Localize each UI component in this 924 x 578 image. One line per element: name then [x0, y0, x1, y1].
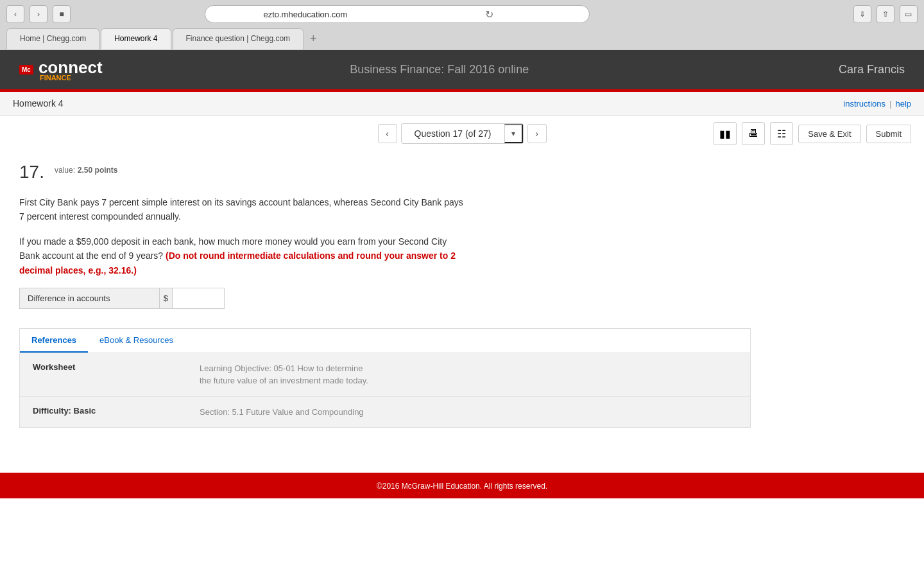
save-exit-button[interactable]: Save & Exit [798, 125, 860, 143]
browser-actions: ⇓ ⇧ ▭ [853, 5, 918, 23]
new-tab-icon[interactable]: ▭ [900, 5, 918, 23]
add-tab-button[interactable]: + [305, 28, 322, 49]
answer-input[interactable] [173, 288, 224, 308]
bookmark-icon-button[interactable]: ▮▮ [714, 122, 737, 145]
app-header: Mc connect FINANCE Business Finance: Fal… [0, 50, 924, 92]
tab-chegg-home[interactable]: Home | Chegg.com [6, 28, 99, 49]
answer-label: Difference in accounts [20, 288, 160, 308]
answer-currency: $ [160, 288, 173, 308]
ref-value-difficulty: Section: 5.1 Future Value and Compoundin… [200, 406, 364, 419]
tab-finance-question[interactable]: Finance question | Chegg.com [173, 28, 304, 49]
browser-toolbar: ‹ › ■ ezto.mheducation.com ↻ ⇓ ⇧ ▭ [0, 0, 924, 28]
question-selector: Question 17 (of 27) ▾ [401, 123, 524, 144]
submit-button[interactable]: Submit [866, 125, 911, 143]
reload-icon: ↻ [397, 8, 581, 21]
prev-question-button[interactable]: ‹ [378, 124, 397, 143]
question-header: 17. value: 2.50 points [19, 164, 905, 182]
ref-row-worksheet: Worksheet Learning Objective: 05-01 How … [20, 353, 750, 397]
answer-area: Difference in accounts $ [19, 288, 225, 309]
footer-inner: ©2016 McGraw-Hill Education. All rights … [4, 477, 920, 495]
instructions-link[interactable]: instructions [843, 99, 886, 109]
question-text-part2: If you made a $59,000 deposit in each ba… [19, 234, 468, 277]
course-title: Business Finance: Fall 2016 online [103, 63, 776, 76]
reader-button[interactable]: ■ [53, 5, 71, 23]
homework-title: Homework 4 [13, 98, 64, 109]
references-content: Worksheet Learning Objective: 05-01 How … [20, 353, 750, 428]
nav-bar: ‹ Question 17 (of 27) ▾ › ▮▮ 🖶 ☷ Save & … [0, 116, 924, 152]
links-separator: | [889, 99, 891, 109]
tab-homework4[interactable]: Homework 4 [101, 28, 171, 49]
ref-value-line1: Learning Objective: 05-01 How to determi… [200, 363, 363, 373]
share-icon[interactable]: ⇧ [877, 5, 894, 23]
tab-ebook-resources[interactable]: eBook & Resources [88, 329, 185, 353]
question-value-area: value: 2.50 points [55, 164, 118, 175]
browser-chrome: ‹ › ■ ezto.mheducation.com ↻ ⇓ ⇧ ▭ Home … [0, 0, 924, 50]
question-number: 17. [19, 162, 44, 182]
question-value-points: 2.50 points [78, 166, 118, 175]
ref-key-difficulty: Difficulty: Basic [33, 406, 200, 416]
question-label: Question 17 (of 27) [402, 125, 504, 143]
user-name: Cara Francis [776, 63, 905, 76]
url-bar[interactable]: ezto.mheducation.com ↻ [205, 5, 590, 23]
references-tabs: References eBook & Resources [20, 329, 750, 353]
logo-connect-area: connect FINANCE [38, 58, 103, 82]
help-link[interactable]: help [895, 99, 911, 109]
back-button[interactable]: ‹ [6, 5, 24, 23]
hw-links: instructions | help [843, 99, 911, 109]
logo-box: Mc [19, 65, 33, 74]
ref-value-worksheet: Learning Objective: 05-01 How to determi… [200, 362, 368, 387]
next-question-button[interactable]: › [527, 124, 547, 143]
forward-button[interactable]: › [30, 5, 47, 23]
ref-row-difficulty: Difficulty: Basic Section: 5.1 Future Va… [20, 397, 750, 428]
homework-bar: Homework 4 instructions | help [0, 92, 924, 116]
grid-icon-button[interactable]: ☷ [770, 122, 793, 145]
footer-text: ©2016 McGraw-Hill Education. All rights … [377, 482, 547, 491]
question-dropdown-button[interactable]: ▾ [504, 124, 523, 143]
print-icon-button[interactable]: 🖶 [742, 122, 765, 145]
logo-area: Mc connect FINANCE [19, 58, 103, 82]
ref-value-line2: the future value of an investment made t… [200, 376, 368, 385]
tab-references[interactable]: References [20, 329, 88, 353]
question-text-part1: First City Bank pays 7 percent simple in… [19, 195, 468, 224]
download-icon[interactable]: ⇓ [853, 5, 871, 23]
url-text: ezto.mheducation.com [213, 10, 397, 19]
question-value-label: value: [55, 166, 75, 175]
main-content: 17. value: 2.50 points First City Bank p… [0, 152, 924, 447]
browser-tabs: Home | Chegg.com Homework 4 Finance ques… [0, 28, 924, 49]
footer: ©2016 McGraw-Hill Education. All rights … [0, 473, 924, 498]
toolbar-right: ▮▮ 🖶 ☷ Save & Exit Submit [714, 122, 911, 145]
ref-key-worksheet: Worksheet [33, 362, 200, 372]
references-section: References eBook & Resources Worksheet L… [19, 328, 751, 428]
